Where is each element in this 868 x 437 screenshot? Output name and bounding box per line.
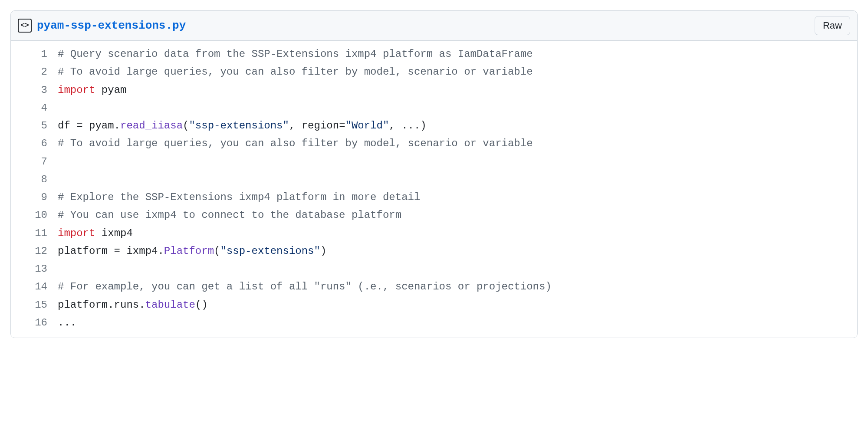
line-number: 11 xyxy=(11,224,58,242)
source-line[interactable]: import ixmp4 xyxy=(58,224,857,242)
code-token: # For example, you can get a list of all… xyxy=(58,281,552,292)
source-line[interactable]: platform.runs.tabulate() xyxy=(58,296,857,314)
source-line[interactable]: ... xyxy=(58,314,857,332)
code-token: platform.runs. xyxy=(58,299,145,311)
code-token: tabulate xyxy=(145,299,195,311)
code-token: # You can use ixmp4 to connect to the da… xyxy=(58,209,401,221)
code-line: 1# Query scenario data from the SSP-Exte… xyxy=(11,45,857,63)
code-line: 12platform = ixmp4.Platform("ssp-extensi… xyxy=(11,242,857,260)
code-line: 13 xyxy=(11,260,857,278)
code-token: import xyxy=(58,227,95,239)
filename-link[interactable]: pyam-ssp-extensions.py xyxy=(37,19,186,32)
code-token: import xyxy=(58,84,95,96)
code-line: 10# You can use ixmp4 to connect to the … xyxy=(11,206,857,224)
code-line: 15platform.runs.tabulate() xyxy=(11,296,857,314)
line-number: 9 xyxy=(11,188,58,206)
source-line[interactable]: platform = ixmp4.Platform("ssp-extension… xyxy=(58,242,857,260)
code-token: # Explore the SSP-Extensions ixmp4 platf… xyxy=(58,191,420,203)
source-line[interactable] xyxy=(58,99,857,117)
code-line: 3import pyam xyxy=(11,81,857,99)
code-token: ( xyxy=(214,245,220,257)
source-line[interactable] xyxy=(58,260,857,278)
code-token: platform = ixmp4. xyxy=(58,245,164,257)
code-token: "ssp-extensions" xyxy=(189,120,289,131)
source-line[interactable]: # Query scenario data from the SSP-Exten… xyxy=(58,45,857,63)
line-number: 8 xyxy=(11,171,58,188)
source-line[interactable]: # To avoid large queries, you can also f… xyxy=(58,63,857,81)
line-number: 10 xyxy=(11,206,58,224)
file-box: <> pyam-ssp-extensions.py Raw 1# Query s… xyxy=(10,10,858,338)
code-token: # Query scenario data from the SSP-Exten… xyxy=(58,48,533,60)
code-token: , region= xyxy=(289,120,345,131)
file-title: <> pyam-ssp-extensions.py xyxy=(18,19,186,33)
code-token: # To avoid large queries, you can also f… xyxy=(58,66,533,78)
code-line: 14# For example, you can get a list of a… xyxy=(11,278,857,296)
code-line: 9# Explore the SSP-Extensions ixmp4 plat… xyxy=(11,188,857,206)
line-number: 4 xyxy=(11,99,58,117)
code-line: 8 xyxy=(11,171,857,188)
code-token: () xyxy=(195,299,208,311)
file-header: <> pyam-ssp-extensions.py Raw xyxy=(11,11,857,41)
code-token: "ssp-extensions" xyxy=(220,245,320,257)
source-line[interactable]: import pyam xyxy=(58,81,857,99)
code-token: ixmp4 xyxy=(95,227,132,239)
line-number: 3 xyxy=(11,81,58,99)
line-number: 2 xyxy=(11,63,58,81)
code-line: 5df = pyam.read_iiasa("ssp-extensions", … xyxy=(11,117,857,135)
raw-button[interactable]: Raw xyxy=(815,16,850,35)
code-token: , ...) xyxy=(389,120,426,131)
source-line[interactable] xyxy=(58,171,857,188)
code-token: ... xyxy=(58,317,76,329)
line-number: 7 xyxy=(11,153,58,171)
source-line[interactable]: # To avoid large queries, you can also f… xyxy=(58,135,857,152)
line-number: 12 xyxy=(11,242,58,260)
line-number: 15 xyxy=(11,296,58,314)
line-number: 1 xyxy=(11,45,58,63)
source-line[interactable] xyxy=(58,153,857,171)
source-line[interactable]: # For example, you can get a list of all… xyxy=(58,278,857,296)
code-line: 7 xyxy=(11,153,857,171)
code-line: 11import ixmp4 xyxy=(11,224,857,242)
code-icon: <> xyxy=(18,19,32,33)
source-line[interactable]: # Explore the SSP-Extensions ixmp4 platf… xyxy=(58,188,857,206)
code-token: ) xyxy=(320,245,326,257)
code-token: Platform xyxy=(164,245,214,257)
code-body: 1# Query scenario data from the SSP-Exte… xyxy=(11,41,857,338)
code-line: 2# To avoid large queries, you can also … xyxy=(11,63,857,81)
code-line: 6# To avoid large queries, you can also … xyxy=(11,135,857,152)
code-token: pyam xyxy=(95,84,126,96)
source-line[interactable]: # You can use ixmp4 to connect to the da… xyxy=(58,206,857,224)
code-token: # To avoid large queries, you can also f… xyxy=(58,138,533,149)
code-token: df = pyam. xyxy=(58,120,120,131)
line-number: 13 xyxy=(11,260,58,278)
code-line: 16... xyxy=(11,314,857,332)
line-number: 5 xyxy=(11,117,58,135)
code-token: "World" xyxy=(345,120,389,131)
line-number: 16 xyxy=(11,314,58,332)
line-number: 14 xyxy=(11,278,58,296)
code-token: read_iiasa xyxy=(120,120,183,131)
code-line: 4 xyxy=(11,99,857,117)
source-line[interactable]: df = pyam.read_iiasa("ssp-extensions", r… xyxy=(58,117,857,135)
line-number: 6 xyxy=(11,135,58,152)
code-token: ( xyxy=(183,120,189,131)
